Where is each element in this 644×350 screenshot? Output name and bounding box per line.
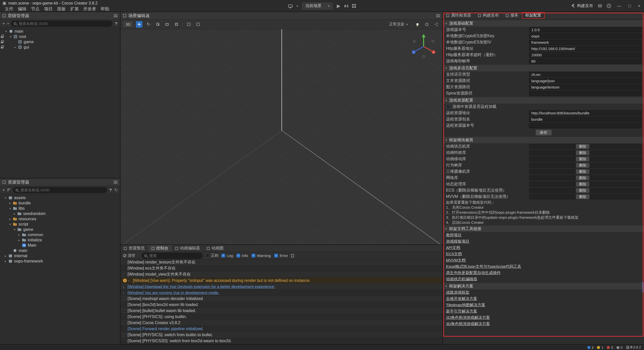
log-row[interactable]: [Window] ecs文件夹不存在 bbox=[120, 266, 442, 272]
maximize-button[interactable]: □ bbox=[627, 4, 632, 9]
play-button[interactable]: ▶ bbox=[337, 3, 341, 9]
assets-search-input[interactable] bbox=[20, 188, 104, 192]
section-header-docs[interactable]: ▾ 框架文档工具链接 bbox=[443, 226, 644, 232]
section-header-solutions[interactable]: ▾ 框架解决方案 bbox=[443, 283, 644, 289]
menu-item[interactable]: 编辑 bbox=[16, 6, 29, 12]
remote-load-checkbox[interactable] bbox=[446, 105, 450, 109]
move-tool-button[interactable] bbox=[136, 21, 142, 28]
hierarchy-filter-icon[interactable] bbox=[115, 22, 118, 25]
tree-node[interactable]: ▸ oops-framework bbox=[0, 258, 120, 264]
x-axis-arrow[interactable] bbox=[424, 47, 432, 51]
log-filter[interactable]: Warning bbox=[252, 253, 271, 258]
log-filter[interactable]: Log bbox=[221, 253, 233, 258]
minimize-button[interactable]: — bbox=[616, 4, 622, 9]
doc-link[interactable]: 3D角色扮演游戏解决方案 bbox=[446, 321, 490, 327]
tree-node[interactable]: ▾ root bbox=[0, 34, 120, 39]
neg-y-axis-dot[interactable] bbox=[422, 56, 425, 58]
tree-node[interactable]: ▸ resources bbox=[0, 216, 120, 222]
sort-assets-icon[interactable] bbox=[7, 189, 11, 191]
property-input[interactable] bbox=[529, 91, 641, 96]
doc-link[interactable]: Excel格式转Json文件与TypeScript代码工具 bbox=[446, 264, 521, 269]
menu-item[interactable]: 扩展 bbox=[68, 6, 81, 12]
scene-settings-button[interactable] bbox=[433, 21, 440, 28]
expand-arrow-icon[interactable]: ▸ bbox=[12, 212, 17, 215]
tab[interactable]: 动画图 bbox=[204, 245, 227, 252]
regex-checkbox[interactable] bbox=[206, 254, 209, 257]
package-icon[interactable] bbox=[598, 5, 602, 7]
doc-link[interactable]: 战旗游戏框架 bbox=[446, 290, 469, 295]
expand-arrow-icon[interactable]: ▾ bbox=[4, 30, 9, 33]
log-expand-arrow-icon[interactable]: › bbox=[128, 279, 131, 282]
transform-tool-button[interactable] bbox=[173, 21, 180, 28]
expand-arrow-icon[interactable]: ▸ bbox=[8, 201, 13, 205]
expand-arrow-icon[interactable]: ▸ bbox=[17, 233, 22, 237]
step-button[interactable] bbox=[344, 5, 348, 8]
expand-arrow-icon[interactable]: ▸ bbox=[8, 217, 13, 221]
assets-filter-icon[interactable] bbox=[109, 189, 112, 192]
hierarchy-search[interactable] bbox=[11, 21, 112, 27]
log-row[interactable]: [Scene] Forward render pipeline initiali… bbox=[120, 326, 442, 332]
menu-item[interactable]: 节点 bbox=[29, 6, 42, 12]
scene-viewport[interactable]: x z bbox=[120, 29, 442, 244]
tab[interactable]: 动画编辑器 bbox=[172, 245, 204, 252]
tab[interactable]: 资源预览 bbox=[120, 245, 148, 252]
log-row[interactable]: [Scene] meshopt wasm decoder initialized bbox=[120, 296, 442, 302]
property-input[interactable] bbox=[529, 40, 641, 45]
section-header-basic[interactable]: ▾ 游戏基础配置 bbox=[443, 20, 644, 27]
log-row[interactable]: › [Window] [Vue warn]: Property "onInput… bbox=[120, 278, 442, 284]
export-log-icon[interactable] bbox=[291, 254, 294, 257]
doc-link[interactable]: 全栈开发解决方案 bbox=[446, 296, 477, 301]
filter-checkbox[interactable] bbox=[236, 254, 240, 257]
add-asset-button[interactable]: + bbox=[2, 188, 5, 192]
property-input[interactable] bbox=[529, 117, 641, 122]
gizmo-visibility-toggle[interactable] bbox=[424, 21, 430, 28]
tree-node[interactable]: Main bbox=[0, 243, 120, 248]
module-delete-button[interactable]: 删除 bbox=[576, 144, 589, 149]
regex-toggle[interactable]: 正则 bbox=[206, 253, 218, 258]
warning-count[interactable]: 1 bbox=[597, 345, 603, 349]
section-header-resource[interactable]: ▾ 游戏资源配置 bbox=[443, 97, 644, 104]
tree-node[interactable]: main bbox=[0, 248, 120, 253]
section-header-language[interactable]: ▾ 游戏多语言配置 bbox=[443, 65, 644, 71]
section-header-modules[interactable]: ▾ 框架模块裁剪 bbox=[443, 137, 644, 143]
menu-item[interactable]: 项目 bbox=[42, 6, 55, 12]
clear-console-button[interactable]: 清空 bbox=[123, 253, 135, 258]
property-input[interactable] bbox=[529, 46, 641, 51]
menu-item[interactable]: 帮助 bbox=[98, 6, 111, 12]
tree-node[interactable]: ▾ game bbox=[0, 227, 120, 232]
tree-node[interactable]: ▸ bundle bbox=[0, 200, 120, 206]
module-delete-button[interactable]: 删除 bbox=[576, 163, 589, 168]
save-button[interactable]: 保存 bbox=[536, 129, 552, 136]
filter-checkbox[interactable] bbox=[252, 254, 255, 257]
rotate-tool-button[interactable]: ↻ bbox=[145, 21, 152, 28]
tree-node[interactable]: ▾ main bbox=[0, 29, 120, 34]
menu-item[interactable]: 文件 bbox=[3, 6, 16, 12]
property-input[interactable] bbox=[529, 33, 641, 39]
log-filter[interactable]: Info bbox=[236, 253, 248, 258]
tab[interactable]: 控制台 bbox=[148, 245, 172, 252]
refresh-assets-icon[interactable]: ↻ bbox=[114, 188, 118, 192]
property-input[interactable] bbox=[529, 52, 641, 58]
filter-checkbox[interactable] bbox=[221, 254, 225, 257]
module-delete-button[interactable]: 删除 bbox=[576, 150, 589, 155]
log-row[interactable]: [Window] model_view文件夹不存在 bbox=[120, 272, 442, 278]
current-scene-select[interactable]: 当前场景 ▾ bbox=[302, 3, 333, 10]
module-delete-button[interactable]: 删除 bbox=[576, 176, 589, 180]
log-expand-arrow-icon[interactable]: › bbox=[123, 285, 126, 288]
doc-link[interactable]: 教程项目 bbox=[446, 233, 462, 238]
render-mode-select[interactable]: 正常渲染 ▾ bbox=[389, 22, 408, 27]
doc-link[interactable]: 原生包热更新配置自动生成插件 bbox=[446, 270, 501, 276]
expand-arrow-icon[interactable]: ▾ bbox=[8, 35, 13, 38]
log-expand-arrow-icon[interactable]: › bbox=[123, 291, 126, 294]
rect-tool-button[interactable] bbox=[164, 21, 170, 28]
log-row[interactable]: [Scene] [PHYSICS]: using builtin. bbox=[120, 314, 442, 320]
tree-node[interactable]: ▸ gui bbox=[0, 45, 120, 50]
hierarchy-search-input[interactable] bbox=[18, 21, 110, 26]
tree-node[interactable]: ▾ assets bbox=[0, 195, 120, 200]
doc-link[interactable]: 动画状态机编辑器 bbox=[446, 277, 477, 282]
log-row[interactable]: › [Window] You are running Vue in develo… bbox=[120, 290, 442, 296]
property-input[interactable] bbox=[529, 123, 641, 128]
doc-link[interactable]: 新手引导解决方案 bbox=[446, 309, 477, 314]
tree-node[interactable]: ▸ internal bbox=[0, 253, 120, 258]
preview-device-button[interactable] bbox=[288, 5, 293, 8]
